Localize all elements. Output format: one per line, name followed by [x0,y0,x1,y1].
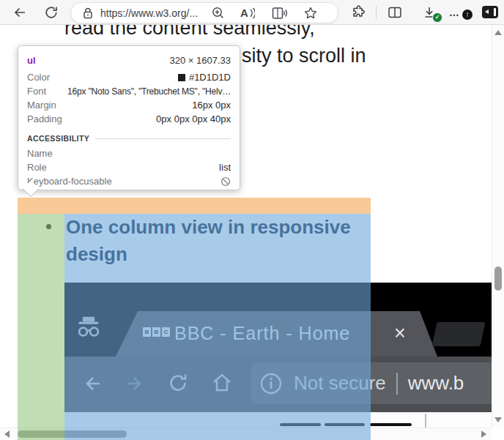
highlight-content-overlay [64,214,371,440]
highlight-margin-overlay [18,198,371,214]
padding-label: Padding [27,113,62,124]
element-dimensions: 320 × 1607.33 [170,55,231,66]
toolbar-divider [376,6,377,19]
lock-icon[interactable] [81,6,94,20]
sidebar-arrow [485,10,489,14]
url-text[interactable]: https://www.w3.org/... [100,7,198,19]
not-focusable-icon [220,176,231,187]
zoom-icon[interactable] [211,6,226,20]
favorites-star-icon[interactable] [303,6,318,20]
keyboard-focusable-label: Keyboard-focusable [27,176,112,187]
immersive-reader-icon[interactable] [271,6,287,20]
font-value: 16px "Noto Sans", "Trebuchet MS", "Helv… [52,86,231,97]
update-badge: ↑ [462,10,472,20]
url-domain-text: www.b [408,372,464,395]
back-button[interactable] [12,5,27,20]
scroll-down-arrow[interactable] [494,417,502,422]
url-divider [396,373,398,395]
color-label: Color [27,72,50,83]
browser-toolbar: https://www.w3.org/... A [0,0,504,25]
split-screen-icon[interactable] [388,6,402,19]
page-content-line [370,423,412,426]
vertical-scrollbar-thumb[interactable] [494,266,502,291]
read-aloud-icon[interactable]: A [240,7,248,19]
refresh-button[interactable] [44,5,59,20]
settings-more-icon[interactable]: ⋯ [449,9,460,20]
read-aloud-wave-icon [249,7,255,19]
extensions-icon[interactable] [351,5,366,20]
highlight-padding-overlay [18,214,64,440]
name-label: Name [27,148,53,159]
margin-label: Margin [27,100,56,111]
inspect-tooltip: ul 320 × 1607.33 Color #1D1D1D Font 16px… [18,45,240,190]
accessibility-section-title: ACCESSIBILITY [27,134,89,143]
inactive-tab-shape [431,322,485,346]
role-value: list [219,162,231,173]
page-paragraph-line2-fragment: sity to scroll in [242,43,366,68]
margin-value: 16px 0px [192,100,231,111]
page-content-divider [425,414,426,428]
sidebar-toggle-icon[interactable] [482,6,498,18]
tab-close-icon: × [391,321,409,345]
address-bar[interactable]: https://www.w3.org/... A [70,2,338,23]
padding-value: 0px 0px 0px 40px [156,113,231,124]
scroll-left-arrow[interactable] [4,430,10,438]
scroll-up-arrow[interactable] [494,30,502,35]
font-label: Font [27,86,46,97]
color-value: #1D1D1D [189,72,231,83]
section-divider [95,138,231,139]
sidebar-bar [494,8,496,16]
vertical-scrollbar-track[interactable] [492,24,504,428]
scroll-right-arrow[interactable] [481,430,486,438]
screenshot-root: read the content seamlessly, sity to scr… [0,0,504,440]
element-tag: ul [27,55,36,66]
color-swatch [178,74,185,81]
role-label: Role [27,162,47,173]
download-done-badge: ✓ [432,12,442,23]
